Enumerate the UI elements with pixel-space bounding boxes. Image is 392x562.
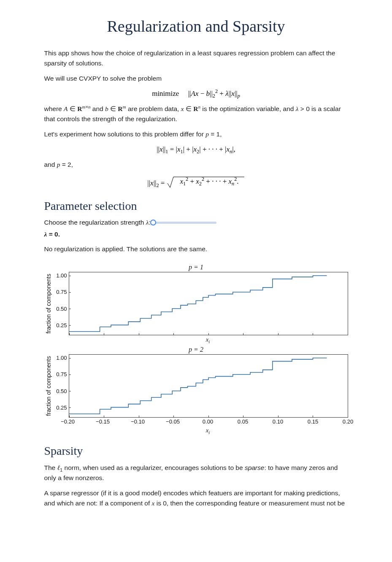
- chart-p2-xlabel: xi: [68, 427, 348, 434]
- slider-track: [153, 222, 216, 224]
- chart-p2-xticks: −0.20 −0.15 −0.10 −0.05 0.00 0.05 0.10 0…: [68, 418, 348, 426]
- chart-p2-xtick-marks: [69, 415, 348, 417]
- minimize-label: minimize: [152, 90, 179, 98]
- l2-inner: x12 + x22 + · · · + xn2.: [180, 177, 238, 185]
- lambda-slider-row: Choose the regularization strength λ:: [44, 219, 348, 226]
- chart-p1-plot: [69, 272, 348, 335]
- chart-p2-ylabel: fraction of components: [44, 354, 53, 418]
- lambda-slider[interactable]: [153, 219, 216, 226]
- no-regularization-note: No regularization is applied. The soluti…: [44, 244, 348, 254]
- objective-equation: minimize ||Ax − b||22 + λ||x||p: [44, 90, 348, 98]
- chart-p1-xtick-marks: [69, 333, 348, 335]
- sparsity-heading: Sparsity: [44, 444, 348, 458]
- charts-container: p = 1 fraction of components 1.00 0.75 0…: [44, 263, 348, 434]
- chart-p2: p = 2 fraction of components 1.00 0.75 0…: [44, 346, 348, 434]
- l2-norm-equation: ||x||2 = x12 + x22 + · · · + xn2.: [44, 176, 348, 189]
- chart-p1-title: p = 1: [44, 263, 348, 271]
- page-title: Regularization and Sparsity: [44, 17, 348, 35]
- parameter-selection-heading: Parameter selection: [44, 199, 348, 213]
- l1-norm-equation: ||x||1 = |x1| + |x2| + · · · + |xn|,: [44, 145, 348, 154]
- and-p2: and p = 2,: [44, 160, 348, 170]
- chart-p1-ylabel: fraction of components: [44, 272, 53, 335]
- chart-p1-xlabel: xi: [68, 336, 348, 343]
- where-clause: where A ∈ Rm×n and b ∈ Rm are problem da…: [44, 104, 348, 124]
- sparsity-paragraph-1: The ℓ1 norm, when used as a regularizer,…: [44, 463, 348, 483]
- l2-prefix: ||x||2 =: [147, 179, 166, 187]
- chart-p1: p = 1 fraction of components 1.00 0.75 0…: [44, 263, 348, 343]
- chart-p2-line: [69, 358, 327, 414]
- slider-thumb[interactable]: [150, 220, 156, 225]
- intro-paragraph-1: This app shows how the choice of regular…: [44, 48, 348, 68]
- intro-paragraph-2: We will use CVXPY to solve the problem: [44, 73, 348, 84]
- sqrt-icon: x12 + x22 + · · · + xn2.: [167, 176, 245, 189]
- sparsity-paragraph-2: A sparse regressor (if it is a good mode…: [44, 488, 348, 508]
- chart-p2-yticks: 1.00 0.75 0.50 0.25: [53, 354, 69, 418]
- document-page: Regularization and Sparsity This app sho…: [36, 0, 357, 508]
- chart-p2-plot: [69, 354, 348, 418]
- chart-p2-title: p = 2: [44, 346, 348, 353]
- experiment-intro: Let's experiment how solutions to this p…: [44, 129, 348, 139]
- chart-p1-yticks: 1.00 0.75 0.50 0.25: [53, 272, 69, 335]
- objective-expression: ||Ax − b||22 + λ||x||p: [188, 90, 240, 98]
- chart-p1-line: [69, 276, 327, 331]
- lambda-prompt: Choose the regularization strength λ:: [44, 219, 151, 226]
- lambda-value: λ = 0.: [44, 231, 348, 238]
